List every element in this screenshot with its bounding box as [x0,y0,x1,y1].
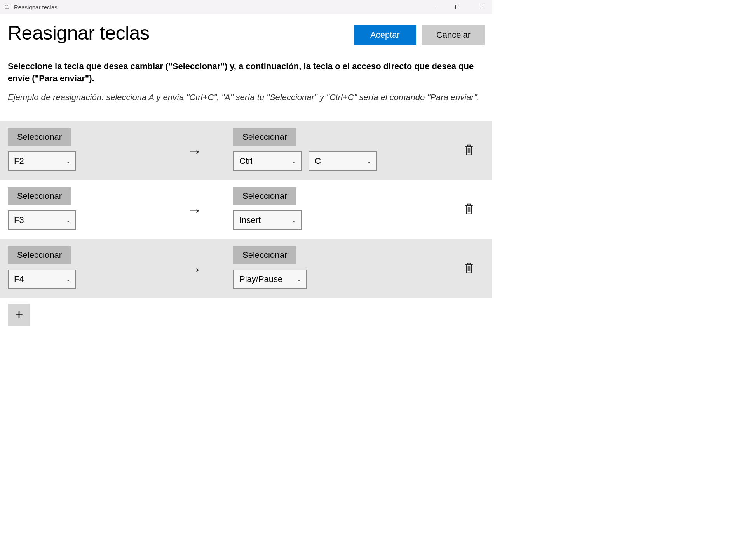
dropdown-value: C [315,156,321,166]
arrow-icon: → [155,257,233,278]
delete-button[interactable] [464,202,474,215]
keyboard-icon [4,4,10,10]
chevron-down-icon: ⌄ [366,157,371,165]
plus-icon: + [15,307,23,323]
select-from-button[interactable]: Seleccionar [8,128,71,146]
svg-rect-9 [8,7,9,7]
from-key-dropdown[interactable]: F2 ⌄ [8,151,76,171]
svg-rect-11 [5,8,9,9]
delete-button[interactable] [464,261,474,274]
mapping-row: Seleccionar F4 ⌄ → Seleccionar Play/Paus… [0,239,492,298]
chevron-down-icon: ⌄ [66,216,71,224]
titlebar: Reasignar teclas [0,0,492,14]
from-key-dropdown[interactable]: F4 ⌄ [8,270,76,289]
delete-button[interactable] [464,143,474,156]
page-title: Reasignar teclas [8,22,149,44]
to-key-dropdown[interactable]: Insert ⌄ [233,210,302,230]
chevron-down-icon: ⌄ [296,275,302,283]
mapping-row: Seleccionar F3 ⌄ → Seleccionar Insert ⌄ [0,180,492,239]
svg-rect-5 [9,5,9,6]
dropdown-value: Insert [239,215,261,225]
cancel-button[interactable]: Cancelar [422,25,485,45]
chevron-down-icon: ⌄ [291,216,296,224]
svg-rect-8 [7,7,7,7]
dropdown-value: F4 [14,274,24,284]
to-key-dropdown[interactable]: Ctrl ⌄ [233,151,302,171]
window-controls [422,0,492,14]
chevron-down-icon: ⌄ [66,275,71,283]
svg-rect-6 [5,7,5,7]
svg-rect-1 [5,5,5,6]
mapping-row: Seleccionar F2 ⌄ → Seleccionar Ctrl ⌄ [0,121,492,180]
select-to-button[interactable]: Seleccionar [233,187,296,205]
dropdown-value: F2 [14,156,24,166]
svg-rect-2 [6,5,7,6]
chevron-down-icon: ⌄ [66,157,71,165]
close-button[interactable] [469,0,492,14]
arrow-icon: → [155,139,233,160]
from-key-dropdown[interactable]: F3 ⌄ [8,210,76,230]
select-to-button[interactable]: Seleccionar [233,128,296,146]
select-from-button[interactable]: Seleccionar [8,246,71,264]
dropdown-value: F3 [14,215,24,225]
svg-rect-4 [8,5,9,6]
window-title: Reasignar teclas [14,4,422,10]
instructions-text: Seleccione la tecla que desea cambiar ("… [8,61,485,85]
maximize-button[interactable] [446,0,469,14]
to-key-dropdown[interactable]: C ⌄ [309,151,377,171]
select-to-button[interactable]: Seleccionar [233,246,296,264]
to-key-dropdown[interactable]: Play/Pause ⌄ [233,270,307,289]
select-from-button[interactable]: Seleccionar [8,187,71,205]
svg-rect-3 [7,5,7,6]
chevron-down-icon: ⌄ [291,157,296,165]
accept-button[interactable]: Aceptar [354,25,416,45]
example-text: Ejemplo de reasignación: selecciona A y … [8,92,485,103]
mappings-list: Seleccionar F2 ⌄ → Seleccionar Ctrl ⌄ [0,121,492,298]
svg-rect-13 [456,5,459,9]
add-mapping-button[interactable]: + [8,304,30,326]
minimize-button[interactable] [422,0,446,14]
dropdown-value: Ctrl [239,156,253,166]
svg-rect-10 [9,7,9,7]
dropdown-value: Play/Pause [239,274,282,284]
svg-rect-7 [6,7,7,7]
arrow-icon: → [155,198,233,219]
